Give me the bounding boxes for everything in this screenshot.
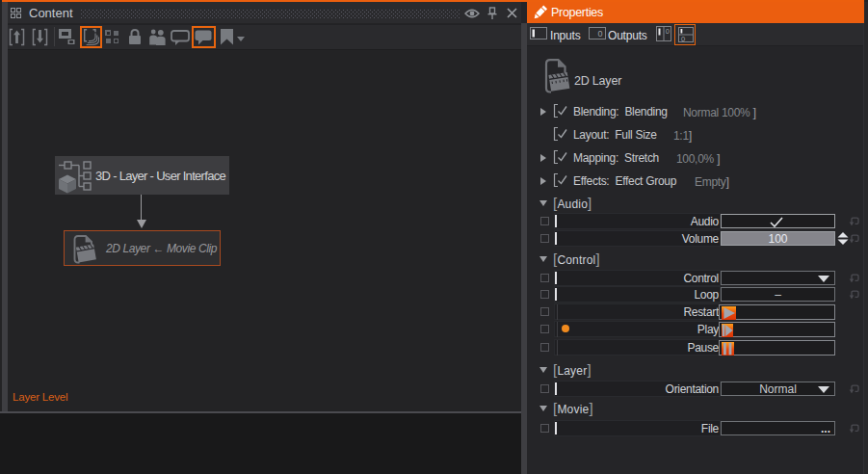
svg-text:0: 0 bbox=[597, 29, 602, 39]
svg-text:0: 0 bbox=[681, 35, 685, 43]
svg-text:0: 0 bbox=[666, 27, 670, 36]
